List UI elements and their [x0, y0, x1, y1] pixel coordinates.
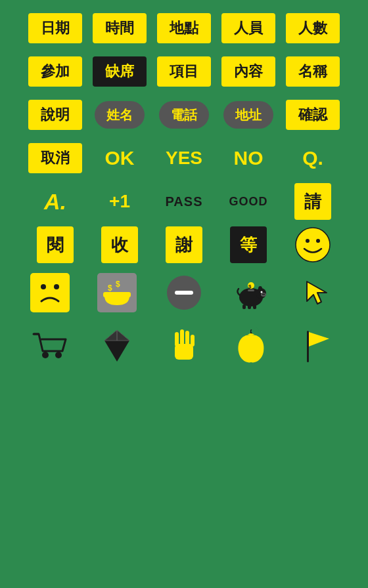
badge-read[interactable]: 閱: [26, 228, 84, 261]
text-ok[interactable]: OK: [91, 142, 149, 175]
badge-absent[interactable]: 缺席: [91, 55, 149, 88]
apple-icon[interactable]: [222, 324, 280, 366]
badge-phone[interactable]: 電話: [155, 98, 213, 131]
badge-wait[interactable]: 等: [219, 228, 277, 261]
minus-circle-icon[interactable]: [155, 272, 213, 314]
row-8: [7, 324, 361, 366]
row-5: A. +1 PASS GOOD 請: [7, 185, 361, 218]
svg-rect-21: [253, 304, 256, 309]
svg-point-14: [261, 293, 266, 297]
svg-marker-43: [309, 332, 329, 346]
svg-rect-7: [103, 292, 131, 297]
diamond-icon[interactable]: [88, 324, 146, 366]
row-6: 閱 收 謝 等: [7, 228, 361, 261]
badge-please[interactable]: 請: [284, 185, 342, 218]
svg-point-16: [264, 294, 265, 295]
text-good[interactable]: GOOD: [219, 185, 277, 218]
svg-marker-25: [307, 282, 327, 304]
flag-icon[interactable]: [289, 324, 347, 366]
row-7: $ $: [7, 272, 361, 314]
badge-date[interactable]: 日期: [26, 12, 84, 45]
text-plus1[interactable]: +1: [91, 185, 149, 218]
svg-point-5: [54, 284, 59, 289]
badge-cancel[interactable]: 取消: [26, 142, 84, 175]
svg-rect-37: [180, 329, 184, 345]
svg-point-28: [55, 352, 62, 358]
text-pass[interactable]: PASS: [155, 185, 213, 218]
money-icon[interactable]: $ $: [88, 272, 146, 314]
text-no[interactable]: NO: [219, 142, 277, 175]
svg-rect-38: [185, 331, 189, 345]
svg-point-1: [306, 239, 310, 243]
badge-confirm[interactable]: 確認: [284, 98, 342, 131]
text-yes[interactable]: YES: [155, 142, 213, 175]
svg-rect-36: [175, 332, 179, 346]
text-a[interactable]: A.: [26, 185, 84, 218]
svg-rect-22: [248, 289, 254, 291]
svg-point-17: [258, 286, 262, 291]
badge-join[interactable]: 參加: [26, 55, 84, 88]
badge-content[interactable]: 內容: [219, 55, 277, 88]
row-2: 參加 缺席 項目 內容 名稱: [7, 55, 361, 88]
sad-face-icon[interactable]: [21, 272, 79, 314]
badge-explain[interactable]: 說明: [26, 98, 84, 131]
piggy-bank-icon[interactable]: $: [222, 272, 280, 314]
svg-point-0: [296, 228, 330, 262]
badge-count[interactable]: 人數: [284, 12, 342, 45]
svg-point-27: [42, 352, 49, 358]
text-q[interactable]: Q.: [284, 142, 342, 175]
badge-place[interactable]: 地點: [155, 12, 213, 45]
badge-thanks[interactable]: 謝: [155, 228, 213, 261]
badge-name[interactable]: 名稱: [284, 55, 342, 88]
svg-rect-3: [30, 273, 70, 312]
badge-address[interactable]: 地址: [219, 98, 277, 131]
svg-point-15: [262, 294, 264, 295]
badge-item[interactable]: 項目: [155, 55, 213, 88]
svg-point-4: [41, 284, 46, 289]
svg-text:$: $: [116, 280, 120, 289]
cursor-arrow-icon[interactable]: [289, 272, 347, 314]
row-3: 說明 姓名 電話 地址 確認: [7, 98, 361, 131]
shopping-cart-icon[interactable]: [21, 324, 79, 366]
svg-text:$: $: [248, 284, 252, 289]
row-4: 取消 OK YES NO Q.: [7, 142, 361, 175]
svg-point-2: [316, 239, 320, 243]
badge-receive[interactable]: 收: [91, 228, 149, 261]
svg-rect-39: [191, 335, 195, 346]
badge-time[interactable]: 時間: [91, 12, 149, 45]
hand-icon[interactable]: [155, 324, 213, 366]
svg-rect-42: [307, 331, 309, 362]
smiley-svg: [295, 227, 331, 262]
row-1: 日期 時間 地點 人員 人數: [7, 12, 361, 45]
svg-rect-19: [242, 304, 246, 309]
badge-person[interactable]: 人員: [219, 12, 277, 45]
badge-fullname[interactable]: 姓名: [91, 98, 149, 131]
smiley-icon[interactable]: [284, 228, 342, 261]
svg-rect-20: [248, 304, 251, 309]
svg-point-18: [261, 291, 263, 293]
svg-text:$: $: [108, 284, 112, 293]
svg-rect-11: [175, 291, 193, 295]
